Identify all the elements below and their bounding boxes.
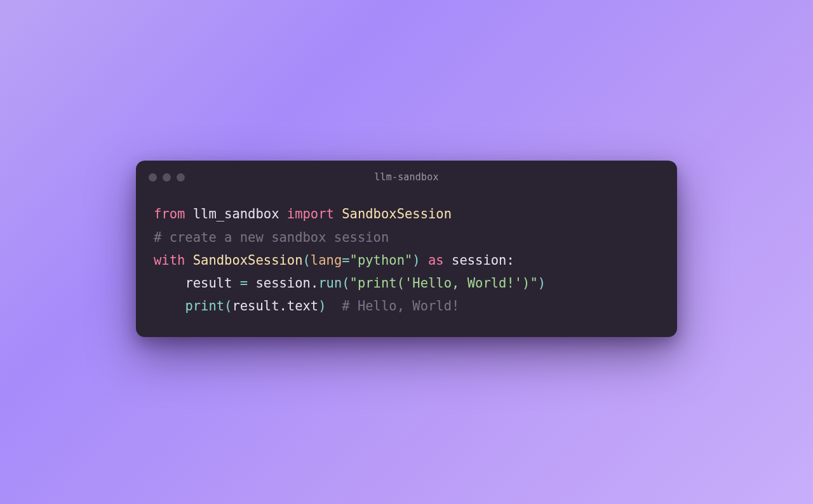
operator: = — [342, 253, 349, 268]
keyword-import: import — [287, 206, 334, 222]
dot: . — [279, 298, 287, 314]
colon: : — [506, 253, 514, 268]
code-line: with SandboxSession(lang="python") as se… — [154, 249, 659, 272]
code-area: from llm_sandbox import SandboxSession #… — [136, 189, 677, 336]
operator: = — [232, 275, 255, 291]
titlebar: llm-sandbox — [136, 161, 677, 189]
function: print — [185, 298, 224, 314]
class-name: SandboxSession — [193, 253, 303, 268]
object: session — [255, 275, 310, 291]
dot: . — [311, 275, 318, 291]
keyword-with: with — [154, 253, 185, 268]
keyword-from: from — [154, 206, 185, 222]
variable: result — [185, 275, 232, 291]
paren: ( — [342, 275, 349, 291]
comment: # Hello, World! — [342, 298, 459, 314]
maximize-icon[interactable] — [177, 173, 185, 182]
method: run — [318, 275, 342, 291]
code-line: result = session.run("print('Hello, Worl… — [154, 272, 659, 295]
indent — [154, 298, 185, 314]
indent — [154, 275, 185, 291]
string: "python" — [350, 253, 413, 268]
space — [326, 298, 342, 314]
comment: # create a new sandbox session — [154, 230, 389, 245]
module-name: llm_sandbox — [193, 206, 279, 222]
paren: ) — [318, 298, 326, 314]
parameter: lang — [311, 253, 342, 268]
keyword-as: as — [428, 253, 444, 268]
paren: ( — [224, 298, 232, 314]
window-title: llm-sandbox — [149, 171, 664, 183]
close-icon[interactable] — [149, 173, 157, 182]
variable: session — [452, 253, 506, 268]
code-line: print(result.text) # Hello, World! — [154, 295, 659, 317]
class-name: SandboxSession — [342, 206, 452, 222]
paren: ) — [538, 275, 546, 291]
traffic-lights — [149, 173, 185, 182]
paren: ) — [412, 253, 420, 268]
code-window: llm-sandbox from llm_sandbox import Sand… — [136, 161, 677, 336]
object: result — [232, 298, 279, 314]
string: "print('Hello, World!')" — [350, 275, 538, 291]
code-line: from llm_sandbox import SandboxSession — [154, 202, 659, 225]
minimize-icon[interactable] — [163, 173, 171, 182]
code-line: # create a new sandbox session — [154, 226, 659, 249]
property: text — [287, 298, 318, 314]
paren: ( — [303, 253, 311, 268]
